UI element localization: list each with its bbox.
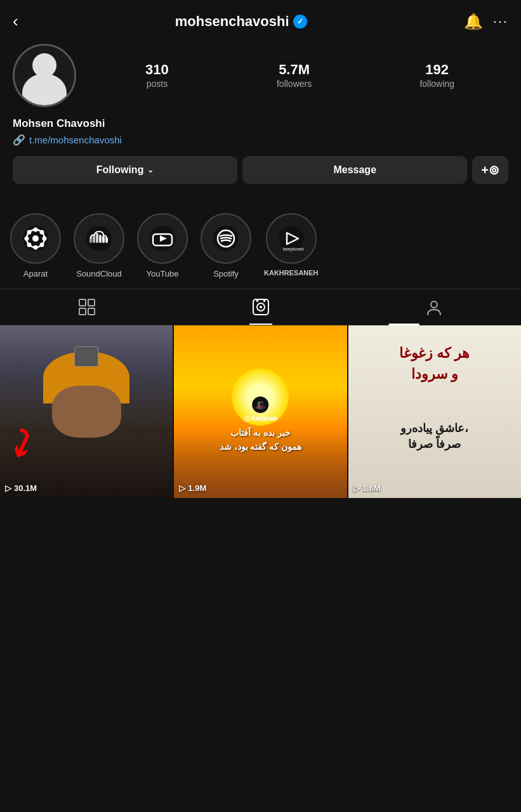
- svg-point-8: [40, 243, 44, 247]
- add-person-icon: +⊚: [481, 163, 499, 177]
- svg-rect-33: [256, 299, 258, 302]
- spotify-label: Spotify: [213, 269, 239, 278]
- svg-point-3: [34, 228, 38, 232]
- highlight-aparat[interactable]: Aparat: [10, 213, 61, 278]
- profile-header: 310 posts 5.7M followers 192 following: [13, 44, 508, 107]
- verified-badge: ✓: [293, 15, 307, 29]
- profile-link[interactable]: 🔗 t.me/mohsenchavoshi: [13, 134, 508, 146]
- stat-following[interactable]: 192 following: [419, 62, 454, 89]
- aparat-icon: [21, 224, 50, 253]
- svg-text:beeptunes: beeptunes: [283, 247, 304, 252]
- play-icon: ▷: [5, 483, 11, 493]
- username-header: mohsenchavoshi ✓: [175, 13, 307, 30]
- followers-label: followers: [277, 79, 312, 89]
- youtube-icon: [148, 224, 177, 253]
- grid-item-2[interactable]: خبر بده به آفتاب همون که گفته بود، شد 🎩 …: [174, 325, 346, 498]
- nav-left: ‹: [13, 11, 18, 31]
- svg-rect-15: [99, 235, 102, 243]
- svg-rect-28: [79, 308, 86, 315]
- username-text: mohsenchavoshi: [175, 13, 289, 30]
- link-text: t.me/mohsenchavoshi: [29, 134, 122, 145]
- posts-count: 310: [145, 62, 169, 77]
- svg-point-2: [32, 235, 39, 242]
- highlight-youtube[interactable]: YouTube: [137, 213, 188, 278]
- svg-point-35: [431, 301, 437, 308]
- kakhresaneh-icon: beeptunes: [277, 224, 306, 253]
- calligraphy-text-2: عاشق پیاده‌رو،صرفاً صرفا: [357, 421, 512, 452]
- profile-section: 310 posts 5.7M followers 192 following M…: [0, 37, 521, 207]
- highlights-row: Aparat SoundCloud: [0, 207, 521, 289]
- message-label: Message: [333, 164, 376, 175]
- svg-rect-29: [88, 308, 95, 315]
- highlight-soundcloud[interactable]: SoundCloud: [74, 213, 124, 278]
- svg-point-7: [27, 230, 32, 235]
- post-2-views: 1.9M: [188, 483, 206, 493]
- tagged-icon: [425, 298, 443, 316]
- post-1-overlay: ▷ 30.1M: [5, 483, 37, 493]
- aparat-circle: [10, 213, 61, 264]
- reels-icon: [252, 298, 270, 316]
- notifications-bell-icon[interactable]: 🔔: [464, 13, 483, 30]
- kakhresaneh-label: KAKHRESANEH: [264, 269, 319, 277]
- calligraphy-text: هر که زغوغاو سرودا: [357, 343, 512, 384]
- svg-rect-16: [102, 236, 105, 243]
- post-2-overlay: ▷ 1.9M: [179, 483, 206, 493]
- back-button[interactable]: ‹: [13, 11, 18, 31]
- avatar[interactable]: [13, 44, 76, 107]
- stat-followers[interactable]: 5.7M followers: [277, 62, 312, 89]
- grid-item-3[interactable]: هر که زغوغاو سرودا عاشق پیاده‌رو،صرفاً ص…: [348, 325, 521, 498]
- action-buttons: Following ⌄ Message +⊚: [13, 156, 508, 184]
- following-count: 192: [419, 62, 454, 77]
- soundcloud-label: SoundCloud: [76, 269, 122, 278]
- tab-reels[interactable]: [174, 289, 348, 325]
- post-2-badge: 🎩 @Aalijnab: [244, 396, 278, 422]
- svg-point-32: [260, 306, 262, 308]
- svg-point-6: [43, 237, 47, 241]
- svg-rect-14: [96, 233, 98, 243]
- svg-point-4: [34, 246, 38, 250]
- nav-right: 🔔 ···: [464, 13, 508, 30]
- svg-rect-34: [263, 299, 265, 302]
- add-person-button[interactable]: +⊚: [472, 156, 508, 184]
- spotify-icon: [211, 224, 241, 253]
- post-3-overlay: ▷ 1.6M: [353, 483, 381, 493]
- grid-icon: [78, 298, 96, 316]
- following-button[interactable]: Following ⌄: [13, 156, 237, 184]
- tab-grid[interactable]: [0, 289, 174, 325]
- more-options-icon[interactable]: ···: [493, 13, 508, 30]
- tab-tagged[interactable]: [347, 289, 521, 325]
- play-icon-3: ▷: [353, 483, 360, 493]
- stat-posts[interactable]: 310 posts: [145, 62, 169, 89]
- followers-count: 5.7M: [277, 62, 312, 77]
- message-button[interactable]: Message: [242, 156, 467, 184]
- following-label: following: [419, 79, 454, 89]
- post-1-views: 30.1M: [14, 483, 37, 493]
- chevron-down-icon: ⌄: [147, 166, 154, 174]
- following-label: Following: [96, 164, 144, 176]
- grid-item-1[interactable]: ⤵ ▷ 30.1M: [0, 325, 173, 498]
- soundcloud-circle: [74, 213, 124, 264]
- posts-label: posts: [145, 79, 169, 89]
- aparat-label: Aparat: [23, 269, 48, 278]
- svg-point-9: [40, 230, 44, 235]
- tab-bar: [0, 289, 521, 325]
- svg-point-10: [27, 243, 32, 247]
- stats-row: 310 posts 5.7M followers 192 following: [91, 62, 508, 89]
- highlight-spotify[interactable]: Spotify: [201, 213, 251, 278]
- highlight-kakhresaneh[interactable]: beeptunes KAKHRESANEH: [264, 213, 319, 278]
- svg-point-5: [25, 237, 29, 241]
- kakhresaneh-circle: beeptunes: [266, 213, 317, 264]
- link-icon: 🔗: [13, 134, 25, 146]
- youtube-circle: [137, 213, 188, 264]
- play-icon-2: ▷: [179, 483, 185, 493]
- content-grid: ⤵ ▷ 30.1M خبر بده به آفتاب همون که گفته …: [0, 325, 521, 498]
- soundcloud-icon: [84, 224, 114, 253]
- youtube-label: YouTube: [146, 269, 178, 278]
- avatar-image: [15, 46, 74, 105]
- spotify-circle: [201, 213, 251, 264]
- top-nav: ‹ mohsenchavoshi ✓ 🔔 ···: [0, 0, 521, 37]
- post-2-caption: خبر بده به آفتاب همون که گفته بود، شد: [174, 426, 346, 454]
- post-3-views: 1.6M: [362, 483, 381, 493]
- profile-display-name: Mohsen Chavoshi: [13, 117, 508, 130]
- svg-rect-26: [79, 299, 86, 306]
